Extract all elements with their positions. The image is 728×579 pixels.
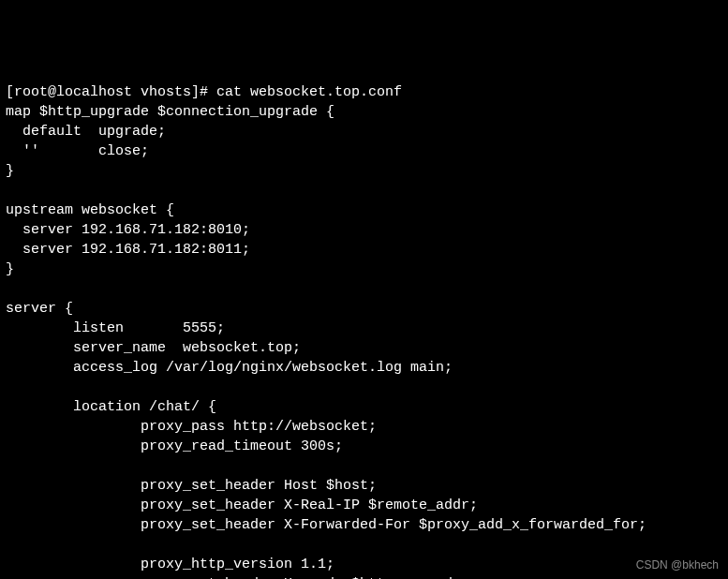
- config-line: location /chat/ {: [6, 399, 216, 415]
- shell-command: cat websocket.top.conf: [216, 84, 402, 100]
- config-line: map $http_upgrade $connection_upgrade {: [6, 104, 334, 120]
- config-line: server 192.168.71.182:8011;: [6, 242, 250, 258]
- config-line: proxy_pass http://websocket;: [6, 419, 377, 435]
- watermark-text: CSDN @bkhech: [636, 557, 719, 573]
- config-line: proxy_read_timeout 300s;: [6, 438, 343, 454]
- terminal-output[interactable]: [root@localhost vhosts]# cat websocket.t…: [6, 82, 722, 579]
- config-line: upstream websocket {: [6, 202, 174, 218]
- config-line: server_name websocket.top;: [6, 340, 301, 356]
- shell-prompt: [root@localhost vhosts]#: [6, 84, 216, 100]
- config-line: '' close;: [6, 143, 149, 159]
- config-line: proxy_set_header Host $host;: [6, 478, 377, 494]
- config-line: server 192.168.71.182:8010;: [6, 222, 250, 238]
- config-line: }: [6, 163, 14, 179]
- config-line: proxy_http_version 1.1;: [6, 557, 334, 572]
- config-line: proxy_set_header X-Real-IP $remote_addr;: [6, 497, 478, 513]
- config-line: proxy_set_header X-Forwarded-For $proxy_…: [6, 517, 646, 533]
- config-line: default upgrade;: [6, 124, 166, 140]
- config-line: listen 5555;: [6, 320, 225, 336]
- config-line: server {: [6, 301, 73, 317]
- config-line: }: [6, 261, 14, 277]
- config-line: access_log /var/log/nginx/websocket.log …: [6, 360, 453, 376]
